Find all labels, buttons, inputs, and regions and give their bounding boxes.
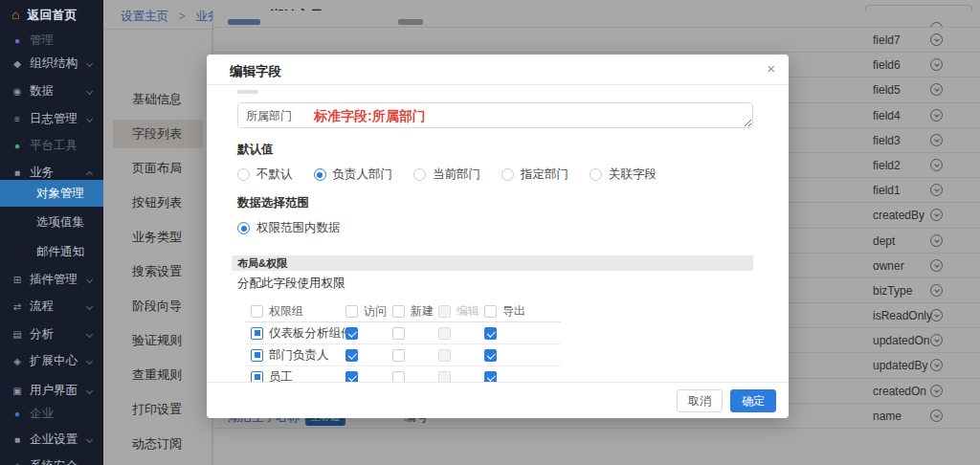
chevron-down-icon bbox=[86, 436, 93, 443]
col-edit-checkbox-disabled bbox=[438, 305, 451, 318]
radio-option-current-dept[interactable]: 当前部门 bbox=[413, 166, 480, 183]
cancel-button[interactable]: 取消 bbox=[677, 389, 723, 412]
data-icon: ◉ bbox=[11, 78, 23, 105]
select-all-checkbox[interactable] bbox=[251, 305, 263, 318]
radio-checked-icon[interactable] bbox=[314, 168, 326, 181]
col-access-label: 访问 bbox=[364, 303, 387, 320]
field-name-group: 所属部门 标准字段:所属部门 bbox=[237, 102, 758, 128]
sidebar-item-label: 数据 bbox=[30, 84, 54, 98]
radio-label: 负责人部门 bbox=[333, 166, 393, 183]
sidebar-item-analysis[interactable]: ▤分析 bbox=[0, 321, 103, 347]
radio-option-specified-dept[interactable]: 指定部门 bbox=[501, 166, 568, 183]
sidebar-item-label: 平台工具 bbox=[30, 139, 78, 152]
sidebar-item-option-sets[interactable]: 选项值集 bbox=[0, 209, 103, 235]
radio-option-related-field[interactable]: 关联字段 bbox=[590, 166, 657, 183]
create-checkbox[interactable] bbox=[392, 349, 405, 362]
col-export-checkbox[interactable] bbox=[484, 305, 497, 318]
radio-icon[interactable] bbox=[413, 168, 426, 181]
access-checkbox[interactable] bbox=[345, 371, 358, 383]
permission-row-employee: 员工 bbox=[245, 366, 561, 382]
radio-icon[interactable] bbox=[501, 168, 514, 181]
radio-label: 不默认 bbox=[256, 166, 293, 183]
sidebar-item-label: 扩展中心 bbox=[30, 354, 78, 367]
modal-header: 编辑字段 × bbox=[207, 55, 789, 85]
permission-group-name: 员工 bbox=[269, 369, 293, 383]
plugin-icon: ⊞ bbox=[11, 267, 23, 294]
data-scope-options: 权限范围内数据 bbox=[237, 220, 758, 236]
enterprise-icon: ● bbox=[11, 401, 23, 428]
sidebar-item-object-mgmt[interactable]: 对象管理 bbox=[0, 180, 103, 207]
app-window: ⌂返回首页 ●管理 ◆组织结构 ◉数据 ≡日志管理 ●平台工具 ■业务 对象管理… bbox=[0, 0, 980, 465]
sidebar-item-label: 日志管理 bbox=[30, 112, 78, 125]
chevron-down-icon bbox=[86, 388, 93, 394]
sidebar-item-plugin-mgmt[interactable]: ⊞插件管理 bbox=[0, 266, 103, 293]
col-access-checkbox[interactable] bbox=[345, 305, 358, 318]
field-name-textarea[interactable]: 所属部门 bbox=[237, 102, 753, 128]
permission-group-name: 部门负责人 bbox=[269, 347, 329, 364]
workflow-icon: ⇄ bbox=[11, 294, 23, 321]
sidebar-item-label: 管理 bbox=[30, 33, 54, 47]
close-icon[interactable]: × bbox=[767, 61, 775, 76]
modal-title: 编辑字段 bbox=[230, 63, 281, 80]
sidebar-item-workflow[interactable]: ⇄流程 bbox=[0, 293, 103, 320]
assign-permission-subtitle: 分配此字段使用权限 bbox=[237, 276, 758, 292]
sidebar-item-label: 分析 bbox=[30, 327, 54, 341]
radio-icon[interactable] bbox=[590, 168, 602, 181]
primary-sidebar: ⌂返回首页 ●管理 ◆组织结构 ◉数据 ≡日志管理 ●平台工具 ■业务 对象管理… bbox=[0, 0, 103, 465]
sidebar-item-enterprise[interactable]: ●企业 bbox=[0, 400, 103, 427]
confirm-button[interactable]: 确定 bbox=[730, 389, 776, 412]
sidebar-home-label: 返回首页 bbox=[27, 8, 77, 22]
permission-row-dept-head: 部门负责人 bbox=[245, 344, 561, 366]
enterprise-settings-icon: ■ bbox=[11, 427, 23, 454]
sidebar-item-label: 插件管理 bbox=[30, 273, 78, 286]
radio-icon[interactable] bbox=[237, 168, 250, 181]
sidebar-item-extension-center[interactable]: ◈扩展中心 bbox=[0, 347, 103, 374]
sidebar-item-data[interactable]: ◉数据 bbox=[0, 78, 103, 104]
radio-option-owner-dept[interactable]: 负责人部门 bbox=[314, 166, 393, 183]
export-checkbox[interactable] bbox=[484, 349, 497, 362]
analysis-icon: ▤ bbox=[11, 321, 23, 348]
row-indeterminate-checkbox[interactable] bbox=[251, 327, 263, 340]
radio-label: 当前部门 bbox=[433, 166, 480, 183]
row-indeterminate-checkbox[interactable] bbox=[251, 349, 263, 362]
edit-checkbox-disabled bbox=[438, 349, 451, 362]
chevron-down-icon bbox=[86, 277, 93, 283]
home-icon: ⌂ bbox=[11, 7, 19, 22]
sidebar-item-org-structure[interactable]: ◆组织结构 bbox=[0, 50, 103, 77]
col-create-checkbox[interactable] bbox=[392, 305, 405, 318]
access-checkbox[interactable] bbox=[345, 327, 358, 340]
radio-checked-icon[interactable] bbox=[237, 222, 250, 234]
extension-icon: ◈ bbox=[11, 348, 23, 375]
row-indeterminate-checkbox[interactable] bbox=[251, 371, 263, 383]
sidebar-item-label: 用户界面 bbox=[30, 384, 78, 397]
radio-label: 权限范围内数据 bbox=[256, 220, 341, 236]
access-checkbox[interactable] bbox=[345, 349, 358, 362]
chevron-down-icon bbox=[86, 60, 93, 67]
permission-table: 权限组 访问 新建 编辑 导出 仪表板分析组件 部门负责人 bbox=[245, 300, 561, 382]
create-checkbox[interactable] bbox=[392, 327, 405, 340]
edit-checkbox-disabled bbox=[438, 371, 451, 383]
create-checkbox[interactable] bbox=[392, 371, 405, 383]
sidebar-item-enterprise-settings[interactable]: ■企业设置 bbox=[0, 426, 103, 453]
permission-row-dashboard: 仪表板分析组件 bbox=[245, 322, 561, 344]
col-export-label: 导出 bbox=[502, 303, 525, 320]
layout-permission-bar: 布局&权限 bbox=[232, 255, 753, 271]
sidebar-item-mail-notify[interactable]: 邮件通知 bbox=[0, 238, 103, 265]
default-value-label: 默认值 bbox=[237, 142, 758, 158]
export-checkbox[interactable] bbox=[484, 327, 497, 340]
radio-option-permission-scope[interactable]: 权限范围内数据 bbox=[237, 220, 341, 236]
sidebar-item-system-security[interactable]: ◇系统安全 bbox=[0, 453, 103, 465]
chevron-down-icon bbox=[86, 116, 93, 122]
radio-option-no-default[interactable]: 不默认 bbox=[237, 166, 293, 183]
sidebar-item-label: 组织结构 bbox=[30, 56, 78, 70]
export-checkbox[interactable] bbox=[484, 371, 497, 383]
sidebar-item-log-mgmt[interactable]: ≡日志管理 bbox=[0, 105, 103, 132]
sidebar-item-label: 选项值集 bbox=[36, 215, 84, 229]
log-icon: ≡ bbox=[11, 106, 23, 133]
modal-body: 所属部门 标准字段:所属部门 默认值 不默认 负责人部门 当前部门 指定部门 关… bbox=[207, 86, 789, 382]
sidebar-item-platform-tools[interactable]: ●平台工具 bbox=[0, 132, 103, 159]
sidebar-item-label: 业务 bbox=[30, 166, 54, 179]
chevron-down-icon bbox=[86, 88, 93, 95]
sidebar-item-back-home[interactable]: ⌂返回首页 bbox=[0, 0, 103, 29]
chevron-up-icon bbox=[86, 171, 93, 178]
